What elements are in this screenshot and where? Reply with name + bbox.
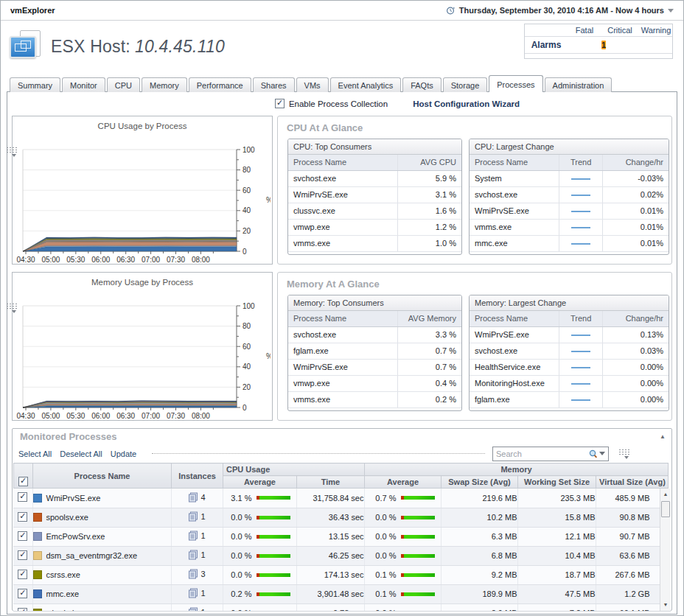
table-row[interactable]: WmiPrvSE.exe 3.1 % (288, 186, 461, 203)
select-all-checkbox[interactable] (18, 477, 28, 486)
toolbar-divider (152, 453, 485, 454)
row-checkbox[interactable] (18, 492, 27, 502)
col-cpu-time[interactable]: Time (297, 476, 365, 489)
update-link[interactable]: Update (111, 449, 136, 458)
table-row[interactable]: mmc.exe 0.01% (470, 235, 669, 251)
row-checkbox[interactable] (18, 589, 27, 598)
change-value: 0.13% (603, 326, 669, 343)
table-row[interactable]: WmiPrvSE.exe 0.01% (470, 203, 669, 219)
tab[interactable]: Monitor (62, 77, 105, 92)
tab[interactable]: FAQts (402, 77, 442, 92)
svg-text:08:00: 08:00 (192, 256, 210, 264)
process-color-swatch (33, 494, 42, 503)
table-row[interactable]: vmwp.exe 0.4 % (288, 375, 461, 391)
process-name: fglam.exe (288, 343, 397, 359)
change-value: 0.01% (603, 219, 669, 235)
tab[interactable]: CPU (107, 77, 140, 92)
cpu-average-value: 0.0 % (231, 513, 251, 522)
tab[interactable]: Administration (545, 77, 613, 92)
col-virtual-size[interactable]: Virtual Size (Avg) (596, 476, 669, 489)
table-row[interactable]: clussvc.exe 1.6 % (288, 203, 461, 219)
scrollbar-thumb[interactable] (661, 501, 670, 517)
host-configuration-wizard-link[interactable]: Host Configuration Wizard (413, 99, 520, 108)
table-row[interactable]: dsm_sa_eventmgr32.exe (13, 546, 668, 565)
enable-process-collection-checkbox[interactable] (275, 99, 285, 108)
table-row[interactable]: svchost.exe 0.02% (470, 186, 669, 203)
table-row[interactable]: svchost.exe 5.9 % (288, 170, 461, 186)
tab[interactable]: VMs (296, 77, 329, 92)
table-row[interactable]: vmms.exe 0.2 % (288, 391, 461, 407)
tab[interactable]: Performance (189, 77, 251, 92)
alarms-col-fatal: Fatal (568, 26, 601, 35)
table-row[interactable]: fglam.exe 0.00% (470, 391, 669, 407)
table-menu-icon[interactable] (619, 449, 630, 458)
table-row[interactable]: vmwp.exe 1.2 % (288, 219, 461, 235)
col-instances[interactable]: Instances (172, 463, 223, 489)
table-row[interactable]: vmms.exe 0.01% (470, 219, 669, 235)
row-checkbox[interactable] (18, 550, 27, 560)
search-options-icon[interactable] (599, 452, 605, 455)
svg-text:60: 60 (242, 343, 251, 351)
col-avg-cpu: AVG CPU (397, 155, 461, 170)
svg-text:100: 100 (242, 146, 255, 154)
table-row[interactable]: HealthService.exe 0.00% (470, 359, 669, 375)
col-working-set-size[interactable]: Working Set Size (518, 476, 596, 489)
col-swap-size[interactable]: Swap Size (Avg) (442, 476, 518, 489)
tab[interactable]: Shares (253, 77, 295, 92)
table-row[interactable]: svchost.exe 0.03% (470, 343, 669, 359)
search-icon[interactable] (587, 449, 599, 459)
instance-count: 3 (200, 570, 205, 578)
table-row[interactable]: svchost.exe 3.3 % (288, 326, 461, 343)
deselect-all-link[interactable]: Deselect All (60, 449, 102, 458)
col-process-name[interactable]: Process Name (33, 463, 172, 489)
scroll-down-icon[interactable]: ▼ (660, 600, 671, 610)
vertical-scrollbar[interactable]: ▲ ▼ (660, 489, 671, 611)
row-checkbox[interactable] (18, 512, 27, 522)
section-title: Memory At A Glance (278, 273, 671, 290)
cpu-time-value: 3,901.48 sec (296, 584, 364, 603)
table-row[interactable]: WmiPrvSE.exe (13, 489, 668, 508)
table-row[interactable]: MonitoringHost.exe 0.00% (470, 375, 669, 391)
tab[interactable]: Memory (142, 77, 187, 92)
enable-process-collection[interactable]: Enable Process Collection (275, 99, 388, 108)
chart-menu-icon[interactable] (7, 304, 18, 312)
table-row[interactable]: mmc.exe (13, 584, 668, 603)
processes-tab-content: Enable Process Collection Host Configura… (7, 91, 677, 615)
critical-count-badge[interactable]: 1 (601, 41, 606, 49)
table-row[interactable]: WmiPrvSE.exe 0.7 % (288, 359, 461, 375)
scroll-up-icon[interactable]: ▲ (660, 489, 671, 500)
select-all-link[interactable]: Select All (18, 449, 52, 458)
table-row[interactable]: csrss.exe (13, 565, 668, 584)
table-row[interactable]: wbadmin.exe (13, 603, 668, 612)
table-row[interactable]: fglam.exe 0.7 % (288, 343, 461, 359)
col-avg-memory: AVG Memory (397, 311, 461, 326)
chart-menu-icon[interactable] (7, 147, 18, 155)
cpu-time-value: 46.25 sec (296, 546, 364, 565)
row-checkbox[interactable] (18, 531, 27, 541)
avg-memory-value: 0.7 % (397, 359, 461, 375)
collapse-panel-icon[interactable]: ▲ (660, 433, 666, 440)
col-trend: Trend (559, 311, 603, 326)
tab[interactable]: Event Analytics (330, 77, 402, 92)
memory-usage-bar (401, 573, 435, 577)
table-rows-viewport: WmiPrvSE.exe (13, 489, 671, 612)
cpu-average-value: 0.0 % (231, 532, 251, 541)
table-row[interactable]: vmms.exe 1.0 % (288, 235, 461, 251)
table-row[interactable]: WmiPrvSE.exe 0.13% (470, 326, 669, 343)
tab[interactable]: Storage (443, 77, 488, 92)
table-row[interactable]: EmcPowSrv.exe (13, 527, 668, 546)
col-cpu-average[interactable]: Average (223, 476, 297, 489)
row-checkbox[interactable] (18, 570, 27, 579)
swap-size-value: 6.8 MB (441, 546, 517, 565)
working-set-size-value: 47.5 MB (517, 584, 596, 603)
tab[interactable]: Summary (10, 77, 60, 92)
tab[interactable]: Processes (489, 75, 542, 92)
col-mem-average[interactable]: Average (365, 476, 442, 489)
table-row[interactable]: System -0.03% (470, 170, 669, 186)
time-range-selector[interactable]: Thursday, September 30, 2010 4:16 AM - N… (446, 6, 674, 15)
table-row[interactable]: spoolsv.exe (13, 508, 668, 527)
alarms-summary-table: Fatal Critical Warning Alarms 1 (524, 24, 673, 59)
search-input[interactable] (496, 449, 587, 458)
process-name: mmc.exe (46, 589, 80, 598)
row-checkbox[interactable] (18, 608, 27, 612)
